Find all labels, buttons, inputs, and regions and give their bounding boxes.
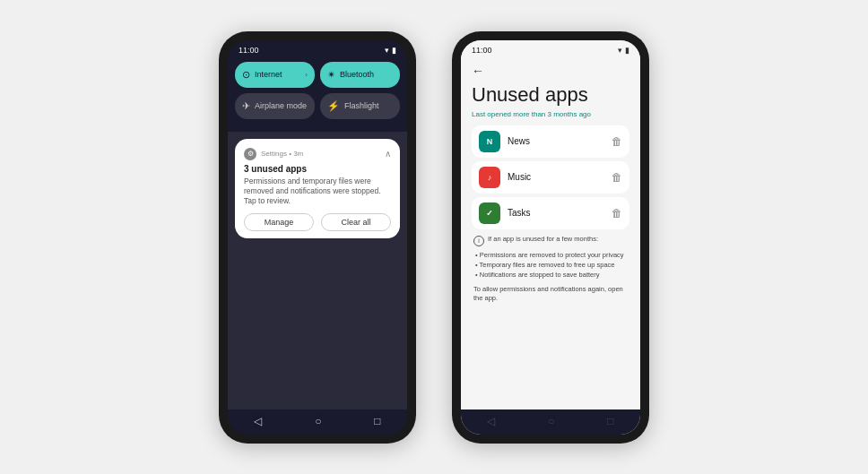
news-app-name: News	[508, 136, 612, 146]
music-app-icon: ♪	[479, 167, 500, 188]
music-delete-icon[interactable]: 🗑	[612, 171, 622, 184]
home-nav-button-1[interactable]: ○	[315, 415, 321, 427]
chevron-icon-internet: ›	[305, 71, 308, 79]
airplane-icon: ✈	[242, 100, 250, 112]
status-bar-1: 11:00 ▾ ▮	[228, 40, 407, 56]
battery-status-icon-2: ▮	[625, 46, 629, 55]
notif-body: Permissions and temporary files were rem…	[244, 177, 391, 206]
time-2: 11:00	[472, 46, 492, 55]
notif-collapse-icon[interactable]: ∧	[385, 149, 391, 159]
qs-flashlight-label: Flashlight	[344, 101, 393, 110]
info-circle-icon: i	[473, 236, 484, 246]
notification-card[interactable]: ⚙ Settings • 3m ∧ 3 unused apps Permissi…	[235, 139, 400, 238]
time-1: 11:00	[239, 46, 259, 55]
info-bullet-3: • Notifications are stopped to save batt…	[473, 270, 628, 280]
tasks-app-name: Tasks	[508, 208, 612, 218]
app-item-tasks[interactable]: ✓ Tasks 🗑	[472, 197, 629, 229]
unused-apps-content: ← Unused apps Last opened more than 3 mo…	[461, 56, 640, 409]
news-app-icon: N	[479, 131, 500, 152]
notif-source: Settings • 3m	[261, 150, 303, 158]
notif-actions: Manage Clear all	[244, 213, 391, 231]
recent-nav-button-1[interactable]: □	[374, 415, 380, 427]
wifi-icon: ⊙	[242, 69, 250, 81]
notif-header: ⚙ Settings • 3m ∧	[244, 148, 391, 160]
info-bullet-2: • Temporary files are removed to free up…	[473, 260, 628, 270]
notif-header-left: ⚙ Settings • 3m	[244, 148, 303, 160]
home-nav-button-2[interactable]: ○	[548, 415, 554, 427]
app-item-news[interactable]: N News 🗑	[472, 125, 629, 158]
qs-tile-airplane[interactable]: ✈ Airplane mode	[235, 93, 315, 119]
music-icon-letter: ♪	[488, 173, 492, 182]
page-title: Unused apps	[472, 83, 629, 107]
bluetooth-icon: ✴	[327, 69, 335, 81]
wifi-status-icon: ▾	[385, 46, 389, 55]
manage-button[interactable]: Manage	[244, 213, 314, 231]
qs-row-1: ⊙ Internet › ✴ Bluetooth	[235, 62, 400, 88]
phone-1-screen: 11:00 ▾ ▮ ⊙ Internet › ✴ Bluetooth	[228, 40, 407, 435]
info-footer-text: To allow permissions and notifications a…	[473, 285, 628, 304]
qs-airplane-label: Airplane mode	[255, 101, 308, 110]
qs-bluetooth-label: Bluetooth	[340, 70, 393, 79]
phone-1: 11:00 ▾ ▮ ⊙ Internet › ✴ Bluetooth	[219, 31, 416, 444]
app-item-music[interactable]: ♪ Music 🗑	[472, 161, 629, 194]
tasks-icon-letter: ✓	[486, 209, 493, 218]
notif-title: 3 unused apps	[244, 164, 391, 174]
flashlight-icon: ⚡	[327, 100, 340, 112]
battery-status-icon: ▮	[392, 46, 396, 55]
qs-row-2: ✈ Airplane mode ⚡ Flashlight	[235, 93, 400, 119]
info-section: i If an app is unused for a few months: …	[472, 235, 629, 304]
tasks-delete-icon[interactable]: 🗑	[612, 207, 622, 220]
info-bullet-1: • Permissions are removed to protect you…	[473, 250, 628, 260]
qs-tile-bluetooth[interactable]: ✴ Bluetooth	[320, 62, 400, 88]
back-arrow-button[interactable]: ←	[472, 64, 629, 78]
news-delete-icon[interactable]: 🗑	[612, 135, 622, 148]
status-icons-1: ▾ ▮	[385, 46, 396, 55]
info-header-row: i If an app is unused for a few months:	[473, 235, 628, 246]
nav-bar-2: ◁ ○ □	[461, 409, 640, 435]
last-opened-subtitle: Last opened more than 3 months ago	[472, 110, 629, 118]
phone-2-screen: 11:00 ▾ ▮ ← Unused apps Last opened more…	[461, 40, 640, 435]
clear-all-button[interactable]: Clear all	[321, 213, 391, 231]
status-icons-2: ▾ ▮	[618, 46, 629, 55]
status-bar-2: 11:00 ▾ ▮	[461, 40, 640, 56]
phone-2: 11:00 ▾ ▮ ← Unused apps Last opened more…	[452, 31, 649, 444]
qs-tile-flashlight[interactable]: ⚡ Flashlight	[320, 93, 400, 119]
back-nav-button-1[interactable]: ◁	[254, 415, 262, 427]
qs-internet-label: Internet	[255, 70, 300, 79]
notification-area: ⚙ Settings • 3m ∧ 3 unused apps Permissi…	[228, 132, 407, 409]
music-app-name: Music	[508, 172, 612, 182]
recent-nav-button-2[interactable]: □	[607, 415, 613, 427]
qs-tile-internet[interactable]: ⊙ Internet ›	[235, 62, 315, 88]
nav-bar-1: ◁ ○ □	[228, 409, 407, 435]
info-header-text: If an app is unused for a few months:	[488, 235, 598, 245]
wifi-status-icon-2: ▾	[618, 46, 622, 55]
notif-app-icon: ⚙	[244, 148, 256, 160]
news-icon-letter: N	[487, 137, 493, 146]
tasks-app-icon: ✓	[479, 203, 500, 224]
back-nav-button-2[interactable]: ◁	[487, 415, 495, 427]
quick-settings-panel: ⊙ Internet › ✴ Bluetooth ✈ Airplane mode…	[228, 56, 407, 132]
